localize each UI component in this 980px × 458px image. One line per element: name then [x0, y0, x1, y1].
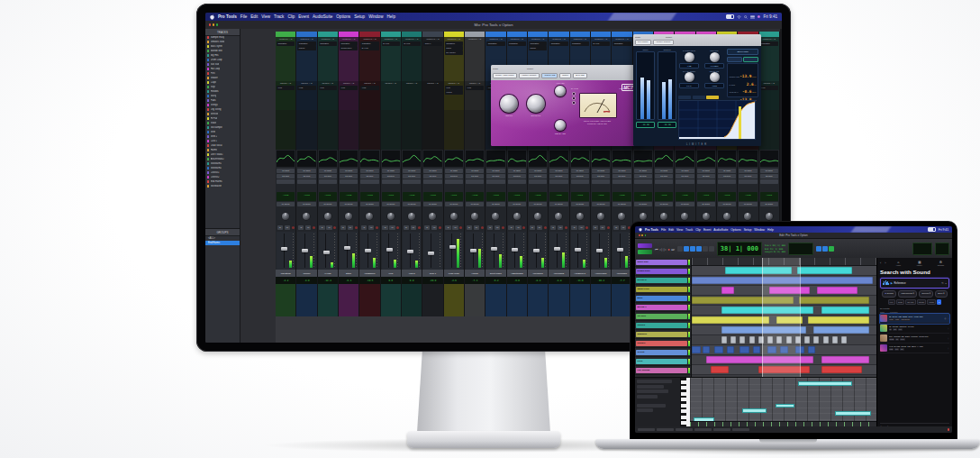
fader-section[interactable] — [549, 232, 567, 270]
edit-track-row[interactable]: Flor Sounds — [635, 366, 691, 375]
fader-cap[interactable] — [512, 248, 518, 252]
meter-lcd[interactable] — [935, 243, 949, 255]
automation-selector[interactable] — [297, 179, 315, 184]
mc77-compare-button[interactable]: COMPARE — [541, 73, 558, 79]
eq-curve[interactable] — [529, 151, 547, 167]
menu-item-pro-tools[interactable]: Pro Tools — [218, 14, 237, 19]
edit-track-name[interactable]: Rhodes — [636, 341, 687, 346]
midi-note[interactable] — [776, 404, 794, 408]
solo-button[interactable]: S — [340, 225, 347, 230]
back-button[interactable]: ‹ — [880, 261, 881, 265]
pan-knob[interactable] — [408, 213, 415, 220]
fader-cap[interactable] — [281, 247, 287, 251]
insert-slot[interactable]: D-Verb — [403, 41, 421, 46]
audio-clip[interactable] — [817, 287, 858, 294]
audio-clip[interactable] — [730, 336, 736, 344]
send-slot[interactable]: Verb — [297, 86, 315, 90]
menu-item-audiosuite[interactable]: AudioSuite — [313, 14, 332, 19]
group-selector[interactable]: no group — [508, 202, 526, 206]
limiter-threshold-knob[interactable] — [685, 52, 694, 62]
output-selector[interactable]: PT-mon — [529, 174, 547, 179]
eq-curve[interactable] — [277, 151, 295, 167]
menu-item-window[interactable]: Window — [368, 14, 383, 19]
auto-mode-button[interactable]: AUTO — [382, 192, 400, 201]
arrange-area[interactable] — [692, 258, 876, 377]
auto-mode-button[interactable]: AUTO — [634, 192, 652, 201]
edit-track-name[interactable]: Keys — [636, 359, 687, 364]
strip-track-name[interactable]: Don't Walk1 — [485, 270, 505, 277]
eq-curve[interactable] — [655, 151, 673, 167]
bottom-tab[interactable] — [694, 428, 712, 432]
edit-track-name[interactable]: Mellow 1 — [636, 305, 687, 310]
output-selector[interactable]: PT-mon — [634, 174, 652, 179]
audio-clip[interactable] — [740, 346, 749, 353]
mc77-insert-select[interactable]: Purple Audio MC77 — [493, 73, 517, 79]
input-selector[interactable]: no input — [571, 169, 589, 173]
pan-knob[interactable] — [703, 213, 710, 220]
tag-chip[interactable]: Clean — [896, 299, 904, 305]
menu-item-setup[interactable]: Setup — [744, 228, 752, 232]
edit-track-name[interactable]: Mandolin — [636, 332, 687, 337]
solo-button[interactable]: S — [467, 225, 473, 230]
insert-slot[interactable]: ChanStrip — [508, 41, 526, 46]
insert-slot[interactable]: ChanStrip — [486, 41, 504, 46]
strip-track-name[interactable]: VoxGang1 — [612, 270, 631, 277]
fader-section[interactable] — [445, 232, 463, 270]
filter-bpm[interactable]: BPM ▾ — [935, 290, 948, 298]
fader-cap[interactable] — [617, 248, 623, 252]
menu-item-track[interactable]: Track — [685, 228, 693, 232]
eq-curve[interactable] — [676, 151, 694, 167]
fader-section[interactable] — [319, 232, 337, 270]
mc77-native-button[interactable]: Native — [559, 73, 571, 79]
solo-button[interactable]: S — [382, 225, 388, 230]
insert-slot[interactable]: ChanStrip — [760, 41, 778, 46]
bottom-tab[interactable] — [676, 428, 693, 432]
send-slot[interactable]: Verb — [760, 86, 778, 90]
mc77-output-knob[interactable] — [527, 95, 545, 113]
group-selector[interactable]: no group — [486, 202, 504, 206]
fader-section[interactable] — [466, 232, 484, 270]
menu-item-pro-tools[interactable]: Pro Tools — [645, 228, 658, 232]
output-selector[interactable]: PT-mon — [297, 174, 315, 179]
automation-selector[interactable] — [319, 179, 337, 184]
input-selector[interactable]: no input — [403, 169, 421, 173]
eq-curve[interactable] — [592, 151, 610, 167]
solo-button[interactable]: S — [508, 225, 514, 230]
fader-section[interactable] — [277, 232, 295, 270]
group-item[interactable]: End Harms — [205, 241, 240, 245]
record-enable-button[interactable] — [522, 226, 525, 229]
strip-track-name[interactable]: Harms — [465, 270, 485, 277]
solo-button[interactable]: S — [571, 225, 577, 230]
menu-item-setup[interactable]: Setup — [354, 14, 365, 19]
eq-curve[interactable] — [718, 151, 736, 167]
input-selector[interactable]: no input — [445, 169, 463, 173]
strip-track-name[interactable]: Lng String — [276, 270, 295, 277]
fader-cap[interactable] — [365, 249, 371, 252]
menu-item-audiosuite[interactable]: AudioSuite — [713, 228, 728, 232]
group-selector[interactable]: no group — [360, 202, 378, 206]
pan-knob[interactable] — [618, 213, 625, 220]
record-enable-button[interactable] — [502, 226, 504, 229]
auto-mode-button[interactable]: AUTO — [277, 192, 295, 201]
output-selector[interactable]: PT-mon — [403, 174, 421, 179]
transport-controls[interactable]: ⏮◁▷●⏭ — [655, 247, 675, 252]
send-slot[interactable]: Verb — [319, 86, 337, 90]
mute-button[interactable]: M — [495, 225, 501, 230]
auto-mode-button[interactable]: AUTO — [655, 192, 673, 201]
pan-knob[interactable] — [555, 213, 562, 220]
record-enable-button[interactable] — [585, 226, 588, 229]
record-enable-button[interactable] — [459, 226, 462, 229]
limiter-histogram-tabs[interactable] — [678, 96, 719, 99]
menu-item-clip[interactable]: Clip — [695, 228, 701, 232]
eq-curve[interactable] — [549, 151, 567, 167]
menu-item-file[interactable]: File — [240, 14, 247, 19]
fader-section[interactable] — [529, 232, 547, 270]
menu-item-edit[interactable]: Edit — [250, 14, 258, 19]
group-selector[interactable]: no group — [760, 202, 778, 206]
input-selector[interactable]: no input — [634, 169, 652, 173]
input-selector[interactable]: no input — [277, 169, 295, 173]
fader-section[interactable] — [382, 232, 400, 270]
insert-slot[interactable]: D-Verb — [360, 46, 378, 50]
edit-track-row[interactable]: JJ Dist — [635, 348, 691, 357]
send-slot[interactable]: Verb — [466, 86, 484, 90]
